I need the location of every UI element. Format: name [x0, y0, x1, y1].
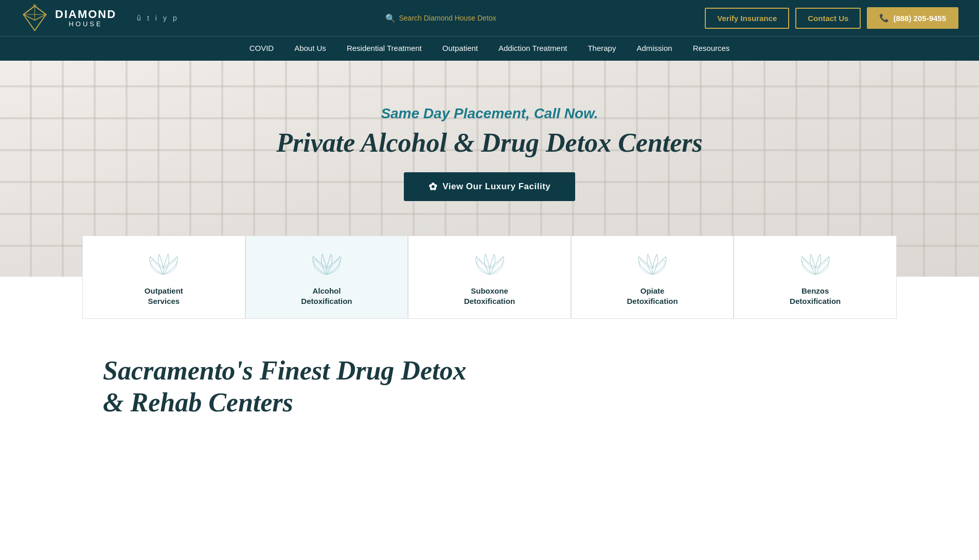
svg-line-6 — [33, 4, 33, 5]
lotus-icon-outpatient — [146, 251, 182, 280]
service-card-suboxone[interactable]: SuboxoneDetoxification — [408, 236, 571, 319]
search-label: Search Diamond House Detox — [399, 14, 496, 22]
view-facility-label: View Our Luxury Facility — [442, 182, 550, 192]
phone-number: (888) 205-9455 — [893, 14, 946, 23]
service-card-alcohol[interactable]: AlcoholDetoxification — [245, 236, 408, 319]
twitter-icon[interactable]: t — [147, 14, 149, 22]
main-nav: COVID About Us Residential Treatment Out… — [250, 37, 730, 61]
service-card-alcohol-label: AlcoholDetoxification — [301, 286, 352, 306]
lotus-icon-benzos — [797, 251, 833, 280]
nav-therapy[interactable]: Therapy — [588, 37, 616, 61]
service-card-benzos[interactable]: BenzosDetoxification — [734, 236, 897, 319]
service-card-opiate-label: OpiateDetoxification — [627, 286, 678, 306]
instagram-icon[interactable]: i — [155, 14, 157, 22]
diamond-logo-icon — [21, 4, 49, 32]
svg-line-7 — [36, 4, 37, 5]
nav-addiction[interactable]: Addiction Treatment — [499, 37, 567, 61]
facebook-icon[interactable]: û — [137, 14, 141, 22]
nav-resources[interactable]: Resources — [693, 37, 730, 61]
section-title-line1: Sacramento's Finest Drug Detox — [103, 356, 466, 385]
sunflower-icon: ✿ — [429, 180, 438, 193]
section-title-line2: & Rehab Centers — [103, 388, 293, 417]
svg-point-4 — [34, 5, 36, 7]
service-card-opiate[interactable]: OpiateDetoxification — [571, 236, 734, 319]
hero-title: Private Alcohol & Drug Detox Centers — [276, 128, 703, 157]
service-card-outpatient[interactable]: OutpatientServices — [82, 236, 245, 319]
top-bar-right: Verify Insurance Contact Us 📞 (888) 205-… — [705, 7, 958, 29]
brand-name: DIAMOND — [55, 8, 116, 21]
lower-section: Sacramento's Finest Drug Detox & Rehab C… — [0, 319, 979, 440]
section-title: Sacramento's Finest Drug Detox & Rehab C… — [103, 355, 876, 419]
contact-us-button[interactable]: Contact Us — [795, 8, 861, 29]
service-card-outpatient-label: OutpatientServices — [145, 286, 183, 306]
nav-bar: COVID About Us Residential Treatment Out… — [0, 36, 979, 61]
nav-about[interactable]: About Us — [294, 37, 326, 61]
service-cards: OutpatientServices AlcoholDetoxification… — [0, 236, 979, 319]
pinterest-icon[interactable]: p — [173, 14, 177, 22]
phone-button[interactable]: 📞 (888) 205-9455 — [867, 7, 958, 29]
nav-outpatient[interactable]: Outpatient — [442, 37, 478, 61]
top-bar-left: DIAMOND HOUSE û t i y p — [21, 4, 177, 32]
nav-residential[interactable]: Residential Treatment — [347, 37, 422, 61]
view-facility-button[interactable]: ✿ View Our Luxury Facility — [404, 172, 576, 201]
service-card-suboxone-label: SuboxoneDetoxification — [464, 286, 515, 306]
brand-sub: HOUSE — [55, 21, 116, 28]
social-icons: û t i y p — [137, 14, 177, 22]
youtube-icon[interactable]: y — [163, 14, 167, 22]
lotus-icon-opiate — [634, 251, 670, 280]
lotus-icon-alcohol — [309, 251, 345, 280]
logo[interactable]: DIAMOND HOUSE — [21, 4, 116, 32]
phone-icon: 📞 — [879, 13, 889, 23]
service-card-benzos-label: BenzosDetoxification — [790, 286, 841, 306]
search-area[interactable]: 🔍 Search Diamond House Detox — [385, 13, 496, 23]
hero-tagline: Same Day Placement, Call Now. — [381, 105, 598, 122]
nav-admission[interactable]: Admission — [636, 37, 672, 61]
search-link[interactable]: 🔍 Search Diamond House Detox — [385, 13, 496, 23]
top-bar: DIAMOND HOUSE û t i y p 🔍 Search Diamond… — [0, 0, 979, 36]
logo-text: DIAMOND HOUSE — [55, 8, 116, 28]
search-icon: 🔍 — [385, 13, 396, 23]
verify-insurance-button[interactable]: Verify Insurance — [705, 8, 789, 29]
nav-covid[interactable]: COVID — [250, 37, 274, 61]
lotus-icon-suboxone — [472, 251, 508, 280]
